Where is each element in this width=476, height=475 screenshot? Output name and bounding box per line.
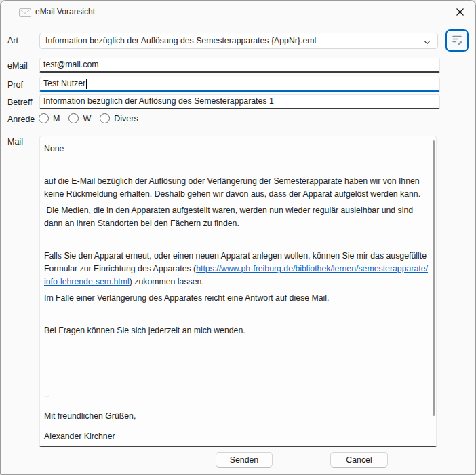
radio-label-w: W: [83, 114, 91, 124]
mail-paragraph: Die Medien, die in den Apparaten aufgest…: [44, 204, 429, 230]
mail-blank-line: [44, 373, 429, 386]
radio-icon: [39, 113, 49, 124]
radio-icon: [68, 113, 79, 124]
mail-paragraph: Bei Fragen können Sie sich jederzeit an …: [44, 324, 429, 337]
radio-option-m[interactable]: M: [39, 113, 60, 124]
window-title: eMail Voransicht: [35, 7, 95, 16]
mail-blank-line: [44, 159, 429, 172]
anrede-radio-row: M W Divers: [39, 113, 147, 124]
radio-icon: [100, 113, 110, 124]
send-button[interactable]: Senden: [216, 452, 273, 468]
radio-option-w[interactable]: W: [68, 113, 91, 124]
chevron-down-icon: [423, 37, 431, 50]
mail-signature-name: Alexander Kirchner: [44, 430, 429, 443]
mail-label: Mail: [7, 137, 23, 147]
mail-signature-separator: --: [44, 390, 429, 402]
cancel-button-label: Cancel: [346, 455, 372, 465]
email-preview-dialog: eMail Voransicht Art Information bezügli…: [0, 0, 476, 475]
radio-label-m: M: [53, 114, 60, 124]
art-combobox-value: Information bezüglich der Auflösung des …: [45, 36, 316, 45]
prof-input-value: Test Nutzer: [43, 79, 85, 88]
mail-blank-line: [44, 233, 429, 246]
email-label: eMail: [7, 61, 28, 71]
mail-paragraph: auf die E-Mail bezüglich der Auflösung o…: [44, 175, 429, 201]
anrede-label: Anrede: [7, 115, 35, 124]
mail-paragraph: Im Falle einer Verlängerung des Apparate…: [44, 292, 429, 305]
mail-paragraph-with-link: Falls Sie den Apparat erneut, oder einen…: [44, 250, 429, 288]
mail-blank-line: [44, 308, 429, 321]
text-caret: [86, 79, 87, 89]
email-input[interactable]: [39, 58, 440, 73]
close-button[interactable]: [450, 3, 470, 20]
mail-signature-greeting: Mit freundlichen Grüßen,: [44, 410, 429, 423]
betreff-input[interactable]: [39, 94, 440, 109]
radio-label-divers: Divers: [114, 114, 138, 124]
email-icon: [19, 7, 31, 16]
radio-option-divers[interactable]: Divers: [100, 113, 138, 124]
edit-template-button[interactable]: [445, 29, 469, 52]
mail-blank-line: [44, 357, 429, 370]
art-template-combobox[interactable]: Information bezüglich der Auflösung des …: [39, 33, 438, 49]
prof-label: Prof: [7, 80, 23, 90]
prof-input[interactable]: Test Nutzer: [39, 77, 440, 92]
cancel-button[interactable]: Cancel: [330, 452, 388, 468]
send-button-label: Senden: [230, 455, 258, 465]
vertical-scrollbar[interactable]: [433, 140, 435, 416]
art-label: Art: [7, 36, 18, 45]
mail-body-editor[interactable]: None auf die E-Mail bezüglich der Auflös…: [39, 136, 437, 447]
mail-salutation: None: [44, 142, 429, 155]
edit-note-icon: [450, 33, 464, 49]
mail-link-after: ) zukommen lassen.: [130, 277, 204, 286]
titlebar: eMail Voransicht: [1, 1, 475, 22]
betreff-label: Betreff: [7, 98, 33, 107]
mail-blank-line: [44, 341, 429, 354]
